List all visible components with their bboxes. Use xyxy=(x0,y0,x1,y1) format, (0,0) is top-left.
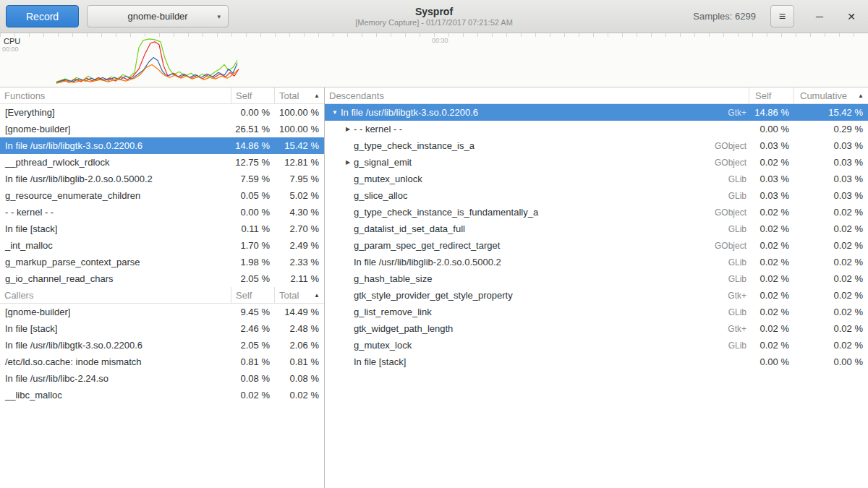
column-header-functions[interactable]: Functions xyxy=(0,87,231,103)
self-percent: 1.98 % xyxy=(231,257,275,267)
function-name: g_param_spec_get_redirect_target xyxy=(354,240,500,251)
callers-row[interactable]: [gnome-builder]9.45 %14.49 % xyxy=(0,304,324,320)
row-name-cell: [gnome-builder] xyxy=(0,124,231,134)
descendants-row[interactable]: In file /usr/lib/libglib-2.0.so.0.5000.2… xyxy=(325,254,868,270)
column-header-total[interactable]: Total ▲ xyxy=(275,87,324,103)
column-header-callers[interactable]: Callers xyxy=(0,287,231,303)
hamburger-menu-button[interactable]: ≡ xyxy=(770,5,794,27)
descendants-row[interactable]: ▶g_signal_emitGObject0.02 %0.03 % xyxy=(325,154,868,171)
function-name: g_slice_alloc xyxy=(354,190,407,201)
self-percent: 0.02 % xyxy=(749,157,794,168)
self-percent: 14.86 % xyxy=(231,140,275,151)
functions-row[interactable]: In file [stack]0.11 %2.70 % xyxy=(0,221,324,237)
callers-row[interactable]: __libc_malloc0.02 %0.02 % xyxy=(0,387,324,403)
row-name-cell: In file /usr/lib/libglib-2.0.so.0.5000.2… xyxy=(325,257,749,267)
row-name-cell: __libc_malloc xyxy=(0,390,231,401)
functions-row[interactable]: _int_malloc1.70 %2.49 % xyxy=(0,237,324,254)
row-name-cell: g_io_channel_read_chars xyxy=(0,273,231,284)
descendants-row[interactable]: g_list_remove_linkGLib0.02 %0.02 % xyxy=(325,304,868,320)
descendants-list: ▼In file /usr/lib/libgtk-3.so.0.2200.6Gt… xyxy=(325,104,868,370)
column-header-self[interactable]: Self xyxy=(231,87,275,103)
self-percent: 12.75 % xyxy=(231,157,275,168)
function-name: g_mutex_unlock xyxy=(354,174,422,184)
column-header-total[interactable]: Total ▲ xyxy=(275,287,324,303)
functions-row[interactable]: In file /usr/lib/libgtk-3.so.0.2200.614.… xyxy=(0,137,324,154)
self-percent: 0.00 % xyxy=(749,124,794,134)
function-name: g_markup_parse_context_parse xyxy=(5,257,140,267)
cumulative-percent: 15.42 % xyxy=(794,107,868,118)
descendants-row[interactable]: gtk_style_provider_get_style_propertyGtk… xyxy=(325,287,868,304)
functions-row[interactable]: g_io_channel_read_chars2.05 %2.11 % xyxy=(0,270,324,287)
column-header-descendants[interactable]: Descendants xyxy=(325,87,749,103)
row-name-cell: g_param_spec_get_redirect_targetGObject xyxy=(325,240,749,251)
column-label: Functions xyxy=(4,90,45,101)
process-selector-label: gnome-builder xyxy=(128,11,188,22)
sort-indicator-icon: ▲ xyxy=(314,93,320,99)
app-window: Record gnome-builder ▾ Sysprof [Memory C… xyxy=(0,0,868,488)
self-percent: 0.02 % xyxy=(231,390,275,401)
function-name: g_type_check_instance_is_a xyxy=(354,140,475,151)
row-name-cell: g_list_remove_linkGLib xyxy=(325,307,749,317)
self-percent: 0.02 % xyxy=(749,307,794,317)
functions-row[interactable]: g_resource_enumerate_children0.05 %5.02 … xyxy=(0,187,324,204)
descendants-row[interactable]: g_slice_allocGLib0.03 %0.03 % xyxy=(325,187,868,204)
row-name-cell: ▶g_signal_emitGObject xyxy=(325,157,749,168)
descendants-row[interactable]: g_datalist_id_set_data_fullGLib0.02 %0.0… xyxy=(325,221,868,237)
descendants-row[interactable]: g_type_check_instance_is_fundamentally_a… xyxy=(325,204,868,221)
callers-row[interactable]: /etc/ld.so.cache: inode mismatch0.81 %0.… xyxy=(0,354,324,370)
column-label: Callers xyxy=(4,290,33,301)
column-label: Descendants xyxy=(329,90,384,101)
total-percent: 2.48 % xyxy=(275,323,324,334)
descendants-row[interactable]: gtk_widget_path_lengthGtk+0.02 %0.02 % xyxy=(325,320,868,337)
descendants-row[interactable]: In file [stack]0.00 %0.00 % xyxy=(325,354,868,370)
sort-indicator-icon: ▲ xyxy=(858,93,864,99)
functions-list: [Everything]0.00 %100.00 %[gnome-builder… xyxy=(0,104,324,287)
total-percent: 100.00 % xyxy=(275,124,324,134)
row-name-cell: In file /usr/lib/libgtk-3.so.0.2200.6 xyxy=(0,140,231,151)
descendants-row[interactable]: g_type_check_instance_is_aGObject0.03 %0… xyxy=(325,137,868,154)
collapse-arrow-icon[interactable]: ▼ xyxy=(329,109,341,116)
descendants-row[interactable]: ▼In file /usr/lib/libgtk-3.so.0.2200.6Gt… xyxy=(325,104,868,121)
column-header-self[interactable]: Self xyxy=(231,287,275,303)
cpu-timeline-graph[interactable]: CPU 00:00 00:30 xyxy=(0,33,868,87)
descendants-row[interactable]: g_param_spec_get_redirect_targetGObject0… xyxy=(325,237,868,254)
descendants-row[interactable]: g_mutex_unlockGLib0.03 %0.03 % xyxy=(325,171,868,187)
descendants-row[interactable]: ▶- - kernel - -0.00 %0.29 % xyxy=(325,121,868,137)
expand-arrow-icon[interactable]: ▶ xyxy=(342,126,354,132)
self-percent: 0.02 % xyxy=(749,240,794,251)
functions-row[interactable]: In file /usr/lib/libglib-2.0.so.0.5000.2… xyxy=(0,171,324,187)
functions-row[interactable]: g_markup_parse_context_parse1.98 %2.33 % xyxy=(0,254,324,270)
descendants-row[interactable]: g_mutex_lockGLib0.02 %0.02 % xyxy=(325,337,868,354)
headerbar: Record gnome-builder ▾ Sysprof [Memory C… xyxy=(0,0,868,33)
functions-row[interactable]: [Everything]0.00 %100.00 % xyxy=(0,104,324,121)
descendants-row[interactable]: g_hash_table_sizeGLib0.02 %0.02 % xyxy=(325,270,868,287)
function-name: In file [stack] xyxy=(5,323,57,334)
process-selector-dropdown[interactable]: gnome-builder ▾ xyxy=(87,5,229,27)
minimize-button[interactable]: ─ xyxy=(810,7,829,26)
total-percent: 100.00 % xyxy=(275,107,324,118)
cumulative-percent: 0.03 % xyxy=(794,174,868,184)
descendants-header: Descendants Self Cumulative ▲ xyxy=(325,87,868,104)
functions-row[interactable]: [gnome-builder]26.51 %100.00 % xyxy=(0,121,324,137)
functions-row[interactable]: - - kernel - -0.00 %4.30 % xyxy=(0,204,324,221)
samples-count: Samples: 6299 xyxy=(693,11,756,22)
function-name: g_type_check_instance_is_fundamentally_a xyxy=(354,207,538,218)
record-button[interactable]: Record xyxy=(6,5,79,27)
total-percent: 2.49 % xyxy=(275,240,324,251)
callers-row[interactable]: In file /usr/lib/libgtk-3.so.0.2200.62.0… xyxy=(0,337,324,354)
functions-row[interactable]: __pthread_rwlock_rdlock12.75 %12.81 % xyxy=(0,154,324,171)
column-header-self[interactable]: Self xyxy=(749,87,794,103)
functions-header: Functions Self Total ▲ xyxy=(0,87,324,104)
self-percent: 0.08 % xyxy=(231,373,275,384)
total-percent: 5.02 % xyxy=(275,190,324,201)
library-category: Gtk+ xyxy=(720,291,749,301)
row-name-cell: g_slice_allocGLib xyxy=(325,190,749,201)
column-header-cumulative[interactable]: Cumulative ▲ xyxy=(794,87,868,103)
callers-row[interactable]: In file [stack]2.46 %2.48 % xyxy=(0,320,324,337)
self-percent: 0.02 % xyxy=(749,340,794,351)
expand-arrow-icon[interactable]: ▶ xyxy=(342,159,354,166)
library-category: Gtk+ xyxy=(720,324,749,334)
callers-row[interactable]: In file /usr/lib/libc-2.24.so0.08 %0.08 … xyxy=(0,370,324,387)
hamburger-icon: ≡ xyxy=(779,10,786,23)
close-button[interactable]: ✕ xyxy=(842,7,861,26)
